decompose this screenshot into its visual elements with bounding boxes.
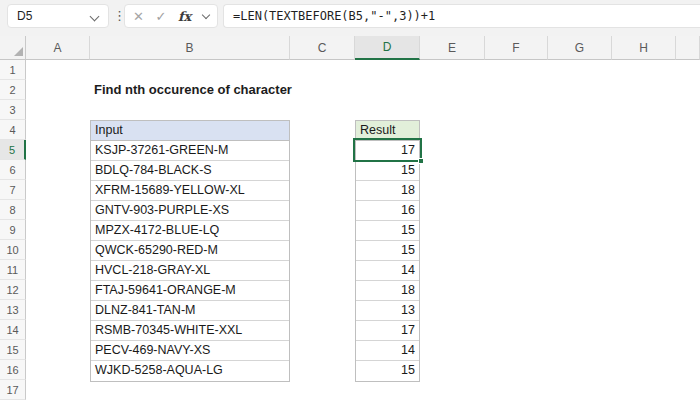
input-column-header[interactable]: Input [91, 121, 289, 141]
select-all-triangle-icon [14, 47, 23, 56]
row-header-11[interactable]: 11 [0, 260, 26, 280]
input-cell-b5[interactable]: KSJP-37261-GREEN-M [91, 141, 289, 161]
result-cell-d9[interactable]: 15 [356, 221, 419, 241]
column-header-f[interactable]: F [485, 36, 548, 60]
result-cell-d7[interactable]: 18 [356, 181, 419, 201]
row-header-16[interactable]: 16 [0, 360, 26, 380]
cancel-icon[interactable]: ✕ [133, 9, 144, 24]
result-cell-d10[interactable]: 15 [356, 241, 419, 261]
result-cell-d5[interactable]: 17 [356, 141, 419, 161]
row-header-14[interactable]: 14 [0, 320, 26, 340]
result-cell-d11[interactable]: 14 [356, 261, 419, 281]
row-header-15[interactable]: 15 [0, 340, 26, 360]
row-header-8[interactable]: 8 [0, 200, 26, 220]
row-header-17[interactable]: 17 [0, 380, 26, 400]
select-all-button[interactable] [0, 36, 26, 60]
worksheet-title: Find nth occurence of character [94, 80, 292, 100]
row-header-2[interactable]: 2 [0, 80, 26, 100]
input-cell-b15[interactable]: PECV-469-NAVY-XS [91, 341, 289, 361]
result-cell-d13[interactable]: 13 [356, 301, 419, 321]
column-header-d[interactable]: D [355, 36, 420, 60]
formula-buttons: ✕ ✓ fx [124, 4, 218, 28]
column-header-h[interactable]: H [612, 36, 676, 60]
input-cell-b8[interactable]: GNTV-903-PURPLE-XS [91, 201, 289, 221]
input-table: Input KSJP-37261-GREEN-M BDLQ-784-BLACK-… [90, 120, 290, 382]
column-header-c[interactable]: C [290, 36, 355, 60]
input-cell-b10[interactable]: QWCK-65290-RED-M [91, 241, 289, 261]
result-cell-d8[interactable]: 16 [356, 201, 419, 221]
row-headers: 1 2 3 4 5 6 7 8 9 10 11 12 13 14 15 16 1… [0, 60, 26, 400]
row-header-1[interactable]: 1 [0, 60, 26, 80]
row-header-9[interactable]: 9 [0, 220, 26, 240]
result-table: Result 17 15 18 16 15 15 14 18 13 17 14 … [355, 120, 420, 382]
column-header-g[interactable]: G [548, 36, 612, 60]
input-cell-b7[interactable]: XFRM-15689-YELLOW-XL [91, 181, 289, 201]
input-cell-b16[interactable]: WJKD-5258-AQUA-LG [91, 361, 289, 381]
result-cell-d14[interactable]: 17 [356, 321, 419, 341]
input-cell-b13[interactable]: DLNZ-841-TAN-M [91, 301, 289, 321]
name-box[interactable]: D5 [7, 4, 109, 28]
result-cell-d16[interactable]: 15 [356, 361, 419, 381]
formula-bar-input[interactable]: =LEN(TEXTBEFORE(B5,"-",3))+1 [223, 4, 700, 28]
name-box-value: D5 [17, 9, 32, 23]
row-header-4[interactable]: 4 [0, 120, 26, 140]
result-cell-d6[interactable]: 15 [356, 161, 419, 181]
column-headers: A B C D E F G H [0, 36, 700, 60]
result-column-header[interactable]: Result [356, 121, 419, 141]
insert-function-icon[interactable]: fx [178, 9, 191, 24]
column-header-e[interactable]: E [420, 36, 485, 60]
enter-icon[interactable]: ✓ [156, 9, 167, 24]
input-cell-b11[interactable]: HVCL-218-GRAY-XL [91, 261, 289, 281]
formula-bar: D5 ⋮ ✕ ✓ fx =LEN(TEXTBEFORE(B5,"-",3))+1 [0, 0, 700, 36]
column-header-partial[interactable] [676, 36, 700, 60]
column-header-b[interactable]: B [90, 36, 290, 60]
input-cell-b6[interactable]: BDLQ-784-BLACK-S [91, 161, 289, 181]
row-header-10[interactable]: 10 [0, 240, 26, 260]
row-header-13[interactable]: 13 [0, 300, 26, 320]
row-header-6[interactable]: 6 [0, 160, 26, 180]
row-header-7[interactable]: 7 [0, 180, 26, 200]
row-header-12[interactable]: 12 [0, 280, 26, 300]
result-cell-d12[interactable]: 18 [356, 281, 419, 301]
chevron-down-icon[interactable] [90, 12, 100, 22]
result-cell-d15[interactable]: 14 [356, 341, 419, 361]
input-cell-b12[interactable]: FTAJ-59641-ORANGE-M [91, 281, 289, 301]
input-cell-b14[interactable]: RSMB-70345-WHITE-XXL [91, 321, 289, 341]
input-cell-b9[interactable]: MPZX-4172-BLUE-LQ [91, 221, 289, 241]
chevron-down-icon[interactable] [202, 10, 210, 18]
row-header-3[interactable]: 3 [0, 100, 26, 120]
excel-window: D5 ⋮ ✕ ✓ fx =LEN(TEXTBEFORE(B5,"-",3))+1… [0, 0, 700, 400]
row-header-5[interactable]: 5 [0, 140, 26, 160]
column-header-a[interactable]: A [26, 36, 90, 60]
